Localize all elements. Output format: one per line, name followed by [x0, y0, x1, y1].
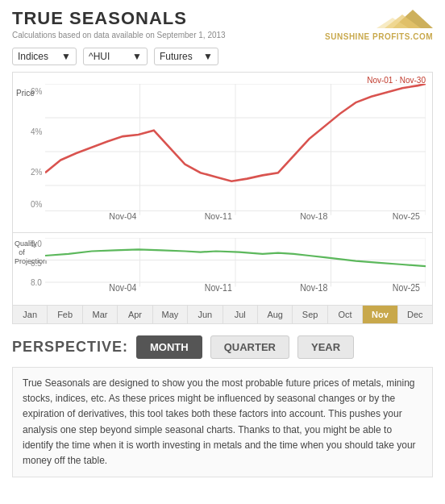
perspective-row: PERSPECTIVE: MONTH QUARTER YEAR — [12, 335, 433, 359]
description-text: True Seasonals are designed to show you … — [12, 367, 433, 477]
header: TRUE SEASONALS Calculations based on dat… — [12, 8, 433, 41]
svg-text:Nov-18: Nov-18 — [300, 282, 327, 291]
perspective-quarter-button[interactable]: QUARTER — [210, 335, 289, 359]
svg-text:Nov-18: Nov-18 — [300, 211, 327, 219]
month-btn-apr[interactable]: Apr — [118, 306, 152, 323]
logo: SUNSHINE PROFITS.COM — [325, 8, 433, 41]
page-title: TRUE SEASONALS — [12, 8, 226, 29]
subtitle: Calculations based on data available on … — [12, 31, 226, 40]
month-btn-may[interactable]: May — [153, 306, 188, 323]
q-label-85: 8.5 — [31, 259, 42, 268]
month-btn-jun[interactable]: Jun — [188, 306, 222, 323]
header-left: TRUE SEASONALS Calculations based on dat… — [12, 8, 226, 40]
quality-chart-container: Quality ofProjection 9.0 8.5 8.0 Nov-04 … — [12, 233, 433, 306]
month-btn-oct[interactable]: Oct — [328, 306, 363, 323]
quality-chart-svg: Nov-04 Nov-11 Nov-18 Nov-25 — [45, 238, 426, 291]
svg-text:Nov-25: Nov-25 — [393, 282, 420, 291]
month-nav: JanFebMarAprMayJunJulAugSepOctNovDec — [12, 306, 433, 324]
q-label-9: 9.0 — [31, 240, 42, 248]
chevron-down-icon: ▼ — [61, 51, 71, 62]
month-btn-mar[interactable]: Mar — [83, 306, 118, 323]
page-wrapper: TRUE SEASONALS Calculations based on dat… — [0, 0, 445, 504]
perspective-year-button[interactable]: YEAR — [297, 335, 354, 359]
y-label-4: 4% — [31, 127, 42, 136]
dropdown-indices[interactable]: Indices ▼ — [12, 48, 77, 65]
chevron-down-icon: ▼ — [203, 51, 213, 62]
logo-text: SUNSHINE PROFITS.COM — [325, 32, 433, 41]
svg-text:Nov-04: Nov-04 — [109, 282, 136, 291]
month-btn-feb[interactable]: Feb — [48, 306, 82, 323]
month-btn-dec[interactable]: Dec — [398, 306, 432, 323]
dropdowns-row: Indices ▼ ^HUI ▼ Futures ▼ — [12, 48, 433, 65]
y-label-0: 0% — [31, 200, 42, 209]
svg-text:Nov-04: Nov-04 — [109, 211, 136, 219]
month-btn-jul[interactable]: Jul — [223, 306, 258, 323]
month-btn-aug[interactable]: Aug — [258, 306, 293, 323]
price-chart-svg: Nov-04 Nov-11 Nov-18 Nov-25 — [45, 84, 426, 219]
y-label-6: 6% — [31, 87, 42, 96]
quality-axis-label: Quality ofProjection — [15, 240, 29, 265]
q-label-8: 8.0 — [31, 278, 42, 287]
dropdown-hui[interactable]: ^HUI ▼ — [83, 48, 148, 65]
perspective-label: PERSPECTIVE: — [12, 339, 128, 356]
month-btn-jan[interactable]: Jan — [13, 306, 48, 323]
dropdown-futures[interactable]: Futures ▼ — [154, 48, 218, 65]
perspective-month-button[interactable]: MONTH — [136, 335, 202, 359]
month-btn-nov[interactable]: Nov — [363, 306, 397, 323]
svg-text:Nov-11: Nov-11 — [205, 282, 232, 291]
month-btn-sep[interactable]: Sep — [293, 306, 327, 323]
svg-text:Nov-25: Nov-25 — [393, 211, 420, 219]
price-chart-container: Nov-01 · Nov-30 Price 6% 4% 2% 0% Nov-04… — [12, 72, 433, 233]
svg-text:Nov-11: Nov-11 — [205, 211, 232, 219]
y-label-2: 2% — [31, 168, 42, 177]
logo-mountain-icon — [368, 8, 433, 32]
chevron-down-icon: ▼ — [132, 51, 142, 62]
